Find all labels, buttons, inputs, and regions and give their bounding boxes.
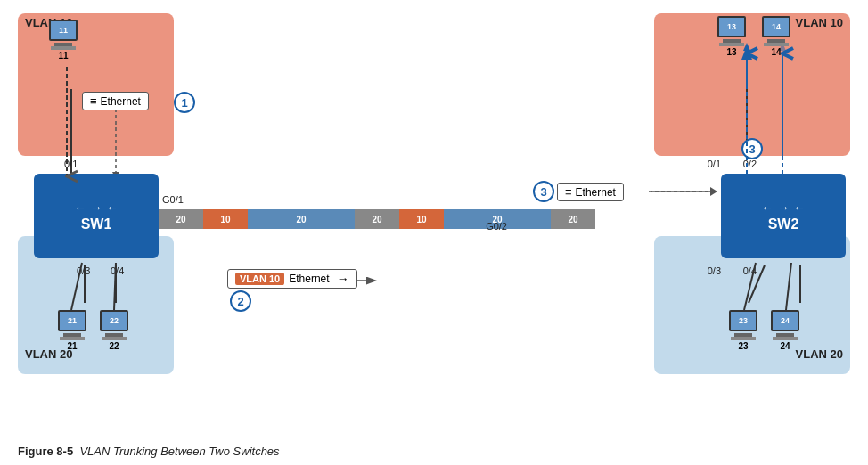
step-3-circle-right: 3 — [741, 138, 763, 159]
sw2-port-01: 0/1 — [708, 159, 721, 169]
svg-marker-22 — [710, 187, 717, 196]
sw1-label: SW1 — [81, 216, 112, 232]
ethernet-label-3: ≡ Ethernet — [557, 183, 624, 201]
seg-orange-2: 10 — [399, 209, 444, 229]
vlan20-right-label: VLAN 20 — [796, 347, 843, 361]
step-3-circle-left: 3 — [533, 181, 554, 202]
seg-gray-1: 20 — [159, 209, 203, 229]
vlan10-left-region — [18, 13, 174, 156]
figure-number: Figure 8-5 — [18, 445, 73, 458]
sw1-port-04: 0/4 — [111, 265, 124, 276]
sw1-port-03: 0/3 — [77, 265, 90, 276]
caption-text: VLAN Trunking Between Two Switches — [77, 445, 280, 458]
arrow-left-icon: ← — [74, 200, 86, 215]
sw2-port-04: 0/4 — [743, 265, 757, 276]
computer-24: 24 24 — [771, 310, 799, 351]
computer-23: 23 23 — [729, 310, 757, 351]
diagram: VLAN 10 VLAN 10 VLAN 20 VLAN 20 11 11 13… — [0, 0, 868, 436]
switch-sw2: ← → ← SW2 — [721, 174, 846, 258]
arrow-right-icon: → — [337, 272, 349, 286]
arrow-left3-icon: ← — [761, 200, 774, 215]
seg-blue-1: 20 — [248, 209, 355, 229]
sw2-label: SW2 — [768, 216, 799, 232]
trunk-line: 20 10 20 20 10 20 20 — [159, 207, 595, 232]
computer-13: 13 13 — [717, 16, 746, 57]
sw2-port-03: 0/3 — [708, 265, 721, 276]
arrow-right-icon: → — [90, 200, 102, 215]
seg-gray-2: 20 — [355, 209, 399, 229]
sw1-port-01: 0/1 — [64, 159, 78, 169]
sw2-port-02: 0/2 — [743, 159, 757, 169]
sw2-port-g02: G0/2 — [486, 221, 507, 232]
vlan10-right-label: VLAN 10 — [796, 16, 843, 29]
vlan10-right-region — [654, 13, 850, 156]
lines2-icon: ≡ — [565, 185, 572, 199]
computer-21: 21 21 — [58, 310, 86, 351]
arrow-right2-icon: → — [777, 200, 790, 215]
arrow-left4-icon: ← — [793, 200, 806, 215]
computer-14: 14 14 — [762, 16, 790, 57]
ethernet-label-2: VLAN 10 Ethernet → — [227, 269, 357, 289]
step-2-circle: 2 — [230, 290, 251, 312]
figure-caption: Figure 8-5 VLAN Trunking Between Two Swi… — [18, 445, 280, 458]
lines-icon: ≡ — [90, 94, 97, 108]
computer-11: 11 11 — [49, 20, 78, 61]
ethernet-label-1: ≡ Ethernet — [82, 92, 149, 110]
seg-gray-3: 20 — [551, 209, 595, 229]
switch-sw1: ← → ← SW1 — [34, 174, 159, 258]
seg-orange-1: 10 — [203, 209, 248, 229]
sw1-port-g01: G0/1 — [162, 194, 184, 205]
arrow-left2-icon: ← — [106, 200, 119, 215]
computer-22: 22 22 — [100, 310, 128, 351]
step-1-circle: 1 — [174, 92, 195, 113]
